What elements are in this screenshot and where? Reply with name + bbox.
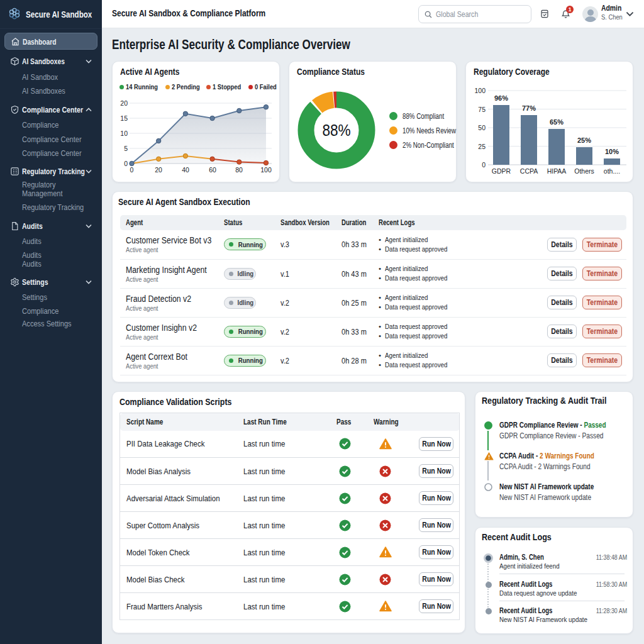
svg-text:10: 10: [120, 130, 128, 137]
svg-text:25: 25: [478, 143, 486, 150]
svg-text:oth....: oth....: [604, 167, 620, 175]
svg-text:20: 20: [120, 99, 128, 107]
svg-text:10%: 10%: [605, 148, 619, 155]
svg-text:65%: 65%: [550, 118, 564, 126]
svg-text:60: 60: [209, 166, 216, 174]
svg-text:50: 50: [478, 124, 486, 131]
svg-text:HIPAA: HIPAA: [547, 167, 567, 175]
svg-text:25%: 25%: [577, 136, 591, 144]
svg-text:5: 5: [124, 145, 128, 152]
svg-text:100: 100: [260, 166, 272, 174]
svg-text:0: 0: [482, 161, 486, 169]
svg-text:Others: Others: [574, 167, 594, 175]
svg-text:0: 0: [124, 160, 128, 167]
svg-text:GDPR: GDPR: [492, 167, 511, 175]
svg-text:15: 15: [120, 114, 128, 122]
svg-text:77%: 77%: [522, 104, 536, 112]
svg-text:100: 100: [474, 87, 486, 94]
svg-text:80: 80: [235, 166, 243, 174]
svg-text:75: 75: [478, 106, 486, 113]
svg-text:CCPA: CCPA: [520, 167, 538, 175]
svg-text:40: 40: [182, 166, 189, 174]
svg-text:20: 20: [155, 166, 162, 174]
svg-text:96%: 96%: [494, 94, 508, 102]
svg-text:0: 0: [130, 166, 134, 174]
